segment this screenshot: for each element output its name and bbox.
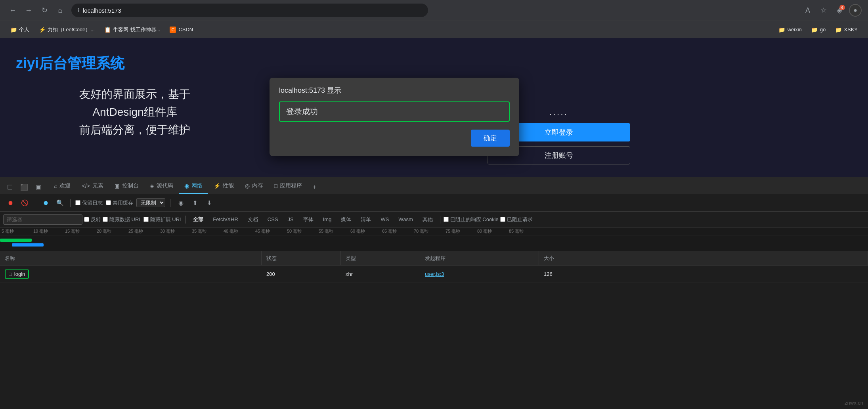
tab-console[interactable]: ▣ 控制台 <box>109 179 144 194</box>
throttle-select[interactable]: 无限制 <box>136 198 165 207</box>
back-button[interactable]: ← <box>6 4 19 17</box>
export-button[interactable]: ⬇ <box>204 197 215 208</box>
divider <box>35 199 35 207</box>
app-title: ziyi后台管理系统 <box>16 54 124 73</box>
row-initiator-cell[interactable]: user.js:3 <box>420 266 539 283</box>
devtools-left-icons: ☐ ⬛ ▣ <box>3 180 45 194</box>
devtools-tabs: ☐ ⬛ ▣ ⌂ 欢迎 </> 元素 ▣ 控制台 ◈ 源代码 ◉ 网络 ⚡ 性能 <box>0 177 868 194</box>
inspect-button[interactable]: ☐ <box>3 180 17 194</box>
tl-label-20ms: 20 毫秒 <box>95 227 127 235</box>
browser-chrome: ← → ↻ ⌂ ℹ localhost:5173 A ☆ ◈ 6 ● 📁 个人 … <box>0 0 868 38</box>
forward-button[interactable]: → <box>22 4 35 17</box>
blocked-cookie-input[interactable] <box>444 217 449 222</box>
wifi-icon: ◉ <box>184 183 189 189</box>
tl-label-45ms: 45 毫秒 <box>254 227 285 235</box>
more-tabs-button[interactable]: + <box>308 180 321 194</box>
hide-ext-url-input[interactable] <box>143 217 149 222</box>
nav-buttons: ← → ↻ ⌂ <box>6 4 67 17</box>
hide-ext-url-checkbox[interactable]: 隐藏扩展 URL <box>143 216 183 223</box>
hide-data-url-checkbox[interactable]: 隐藏数据 URL <box>103 216 142 223</box>
row-size: 126 <box>544 271 553 277</box>
filter-ws[interactable]: WS <box>377 216 393 223</box>
extensions-button[interactable]: ◈ 6 <box>833 4 846 17</box>
leetcode-icon: ⚡ <box>39 27 45 33</box>
tl-label-85ms: 85 毫秒 <box>507 227 539 235</box>
filter-all[interactable]: 全部 <box>189 215 207 224</box>
filter-js[interactable]: JS <box>284 216 298 223</box>
device-button[interactable]: ⬛ <box>17 180 31 194</box>
disable-cache-checkbox[interactable]: 禁用缓存 <box>106 199 133 206</box>
filter-media[interactable]: 媒体 <box>337 215 355 224</box>
blocked-request-input[interactable] <box>500 217 505 222</box>
bookmark-xsky[interactable]: 📁 XSKY <box>831 25 862 34</box>
invert-checkbox[interactable]: 反转 <box>84 216 101 223</box>
tl-label-5ms: 5 毫秒 <box>0 227 32 235</box>
row-type-cell: xhr <box>341 266 420 283</box>
bookmark-personal[interactable]: 📁 个人 <box>6 25 33 35</box>
tab-memory[interactable]: ◎ 内存 <box>239 179 269 194</box>
bookmark-leetcode[interactable]: ⚡ 力扣（LeetCode）... <box>35 25 99 35</box>
tl-label-35ms: 35 毫秒 <box>190 227 222 235</box>
elements-icon: </> <box>82 183 90 189</box>
alert-ok-button[interactable]: 确定 <box>471 130 510 147</box>
tab-label: 元素 <box>92 182 103 189</box>
filter-input[interactable] <box>3 214 82 225</box>
sources-icon: ◈ <box>150 183 154 189</box>
tab-elements[interactable]: </> 元素 <box>76 179 109 194</box>
filter-manifest[interactable]: 清单 <box>357 215 375 224</box>
bookmark-go[interactable]: 📁 go <box>807 25 830 34</box>
preserve-log-label: 保留日志 <box>82 199 103 206</box>
sidebar-toggle[interactable]: ▣ <box>32 180 45 194</box>
blocked-cookie-checkbox[interactable]: 已阻止的响应 Cookie <box>444 216 499 223</box>
timeline-green-bar <box>0 239 32 242</box>
tab-welcome[interactable]: ⌂ 欢迎 <box>48 179 76 194</box>
tab-network[interactable]: ◉ 网络 <box>179 179 208 194</box>
tl-label-80ms: 80 毫秒 <box>476 227 507 235</box>
invert-input[interactable] <box>84 217 89 222</box>
tab-label: 性能 <box>223 182 234 189</box>
filter-wasm[interactable]: Wasm <box>394 216 417 223</box>
bookmark-niuke[interactable]: 📋 牛客网-找工作神器... <box>100 25 164 35</box>
filter-doc[interactable]: 文档 <box>244 215 262 224</box>
fetch-button[interactable]: ⏺ <box>40 197 51 208</box>
import-button[interactable]: ⬆ <box>189 197 201 208</box>
search-button[interactable]: 🔍 <box>54 197 65 208</box>
subtitle-line3: 前后端分离，便于维护 <box>79 124 190 136</box>
tab-label: 欢迎 <box>59 182 71 189</box>
devtools-panel: ☐ ⬛ ▣ ⌂ 欢迎 </> 元素 ▣ 控制台 ◈ 源代码 ◉ 网络 ⚡ 性能 <box>0 177 868 409</box>
filter-font[interactable]: 字体 <box>299 215 317 224</box>
tab-performance[interactable]: ⚡ 性能 <box>208 179 239 194</box>
console-icon: ▣ <box>115 183 120 189</box>
performance-icon: ⚡ <box>214 183 220 189</box>
invert-label: 反转 <box>91 216 101 223</box>
reload-button[interactable]: ↻ <box>38 4 51 17</box>
filter-other[interactable]: 其他 <box>419 215 437 224</box>
blocked-request-checkbox[interactable]: 已阻止请求 <box>500 216 533 223</box>
record-button[interactable]: ⏺ <box>5 197 16 208</box>
preserve-log-input[interactable] <box>75 200 80 205</box>
tab-sources[interactable]: ◈ 源代码 <box>144 179 179 194</box>
home-button[interactable]: ⌂ <box>54 4 67 17</box>
watermark: znwx.cn <box>845 400 863 406</box>
star-button[interactable]: ☆ <box>817 4 830 17</box>
filter-css[interactable]: CSS <box>264 216 282 223</box>
bookmark-csdn[interactable]: C CSDN <box>166 25 197 34</box>
profile-button[interactable]: ● <box>849 4 862 17</box>
tab-label: 内存 <box>252 182 263 189</box>
app-subtitle: 友好的界面展示，基于 AntDesign组件库 前后端分离，便于维护 <box>79 86 190 139</box>
hide-data-url-input[interactable] <box>103 217 108 222</box>
bookmark-weixin[interactable]: 📁 weixin <box>775 25 806 34</box>
tl-label-55ms: 55 毫秒 <box>317 227 349 235</box>
address-bar[interactable]: ℹ localhost:5173 <box>71 4 428 17</box>
translate-button[interactable]: A <box>801 4 814 17</box>
filter-img[interactable]: Img <box>319 216 336 223</box>
wifi-button[interactable]: ◉ <box>175 197 186 208</box>
tab-application[interactable]: □ 应用程序 <box>269 179 308 194</box>
file-icon: □ <box>9 271 12 277</box>
clear-button[interactable]: 🚫 <box>19 197 30 208</box>
disable-cache-input[interactable] <box>106 200 111 205</box>
preserve-log-checkbox[interactable]: 保留日志 <box>75 199 103 206</box>
network-row-login[interactable]: □ login 200 xhr user.js:3 126 <box>0 266 868 283</box>
filter-fetch-xhr[interactable]: Fetch/XHR <box>209 216 242 223</box>
header-initiator: 发起程序 <box>420 251 539 265</box>
